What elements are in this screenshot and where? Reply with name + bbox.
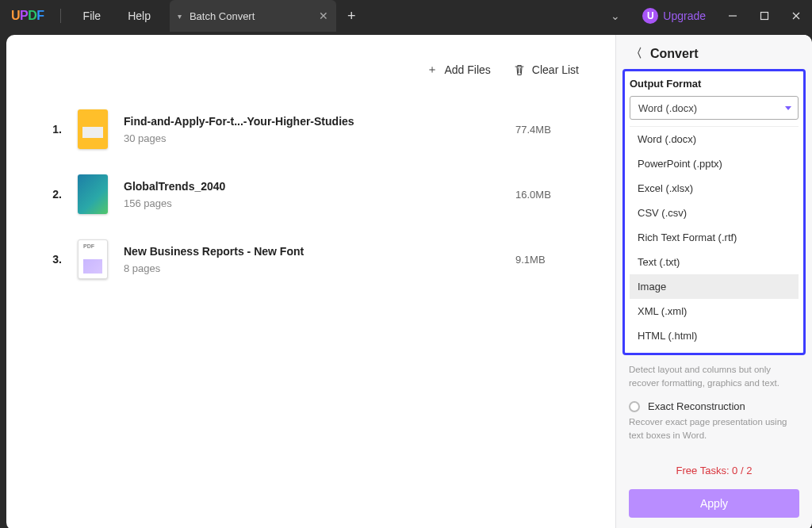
menubar: File Help [66,10,151,22]
format-dropdown-list: Word (.docx) PowerPoint (.pptx) Excel (.… [630,126,799,348]
close-tab-icon[interactable]: ✕ [319,10,328,22]
svg-rect-1 [761,13,768,20]
close-window-button[interactable] [780,0,812,32]
workarea: ＋ Add Files Clear List 1. Find-and-Appl [0,32,812,528]
upgrade-button[interactable]: U Upgrade [642,8,706,24]
apply-wrap: Apply [616,476,812,528]
file-size: 77.4MB [515,124,587,136]
add-files-button[interactable]: ＋ Add Files [426,63,491,76]
format-option[interactable]: Rich Text Format (.rtf) [630,225,799,250]
layout-mode-description: Detect layout and columns but only recov… [616,355,812,389]
file-row[interactable]: 1. Find-and-Apply-For-t...-Your-Higher-S… [48,97,587,162]
radio-icon[interactable] [629,401,640,412]
add-files-label: Add Files [445,63,491,76]
free-tasks-counter: Free Tasks: 0 / 2 [616,442,812,476]
app-window: U P D F File Help ▾ Batch Convert ✕ + ⌄ … [0,0,812,528]
file-pages: 8 pages [124,262,500,274]
new-tab-button[interactable]: + [347,8,356,25]
file-pages: 156 pages [124,197,500,209]
format-option[interactable]: HTML (.html) [630,323,799,348]
logo-letter: U [11,9,20,23]
tab-title: Batch Convert [190,10,255,22]
file-size: 16.0MB [515,189,587,201]
output-format-select[interactable]: Word (.docx) [630,96,799,120]
file-thumbnail [78,174,108,214]
file-size: 9.1MB [515,254,587,266]
logo-letter: F [36,9,44,23]
app-logo: U P D F [0,9,56,23]
clear-list-button[interactable]: Clear List [513,63,579,76]
panel-header: 〈 Convert [616,35,812,69]
format-option[interactable]: Image [630,274,799,299]
row-index: 2. [48,188,62,201]
separator [60,9,61,23]
format-option[interactable]: Text (.txt) [630,250,799,274]
file-info: Find-and-Apply-For-t...-Your-Higher-Stud… [124,115,500,144]
logo-letter: D [28,9,36,23]
file-row[interactable]: 3. New Business Reports - New Font 8 pag… [48,227,587,292]
menu-help[interactable]: Help [128,10,151,22]
file-pages: 30 pages [124,132,500,144]
menu-file[interactable]: File [83,10,102,22]
format-option[interactable]: Word (.docx) [630,127,799,151]
row-index: 1. [48,123,62,136]
apply-button[interactable]: Apply [629,489,799,518]
output-format-label: Output Format [630,78,799,96]
upgrade-badge-icon: U [642,8,658,24]
radio-label: Exact Reconstruction [648,400,745,412]
exact-reconstruction-option[interactable]: Exact Reconstruction [616,389,812,415]
window-controls [717,0,812,32]
maximize-button[interactable] [749,0,780,32]
file-list-panel: ＋ Add Files Clear List 1. Find-and-Appl [6,35,615,528]
format-option[interactable]: XML (.xml) [630,299,799,323]
row-index: 3. [48,253,62,266]
panel-title: Convert [650,47,698,61]
exact-reconstruction-description: Recover exact page presentation using te… [616,415,812,442]
file-thumbnail [78,109,108,149]
titlebar: U P D F File Help ▾ Batch Convert ✕ + ⌄ … [0,0,812,32]
file-row[interactable]: 2. GlobalTrends_2040 156 pages 16.0MB [48,162,587,227]
format-option[interactable]: PowerPoint (.pptx) [630,151,799,176]
trash-icon [513,63,526,76]
chevron-down-icon[interactable]: ⌄ [611,10,620,22]
plus-icon: ＋ [426,63,439,76]
tab-batch-convert[interactable]: ▾ Batch Convert ✕ [170,0,336,32]
list-actions: ＋ Add Files Clear List [48,49,587,97]
file-name: GlobalTrends_2040 [124,180,500,193]
clear-list-label: Clear List [532,63,579,76]
output-format-box: Output Format Word (.docx) Word (.docx) … [622,69,806,355]
convert-panel: 〈 Convert Output Format Word (.docx) Wor… [615,35,812,528]
upgrade-label: Upgrade [663,10,706,22]
file-thumbnail [78,239,108,279]
format-option[interactable]: CSV (.csv) [630,201,799,225]
content-card: ＋ Add Files Clear List 1. Find-and-Appl [6,35,812,528]
selected-format: Word (.docx) [638,102,697,114]
file-name: New Business Reports - New Font [124,245,500,258]
back-icon[interactable]: 〈 [630,46,642,61]
file-info: New Business Reports - New Font 8 pages [124,245,500,274]
minimize-button[interactable] [717,0,749,32]
chevron-down-icon[interactable]: ▾ [178,12,182,21]
file-name: Find-and-Apply-For-t...-Your-Higher-Stud… [124,115,500,128]
file-info: GlobalTrends_2040 156 pages [124,180,500,209]
format-option[interactable]: Excel (.xlsx) [630,176,799,201]
logo-letter: P [20,9,28,23]
